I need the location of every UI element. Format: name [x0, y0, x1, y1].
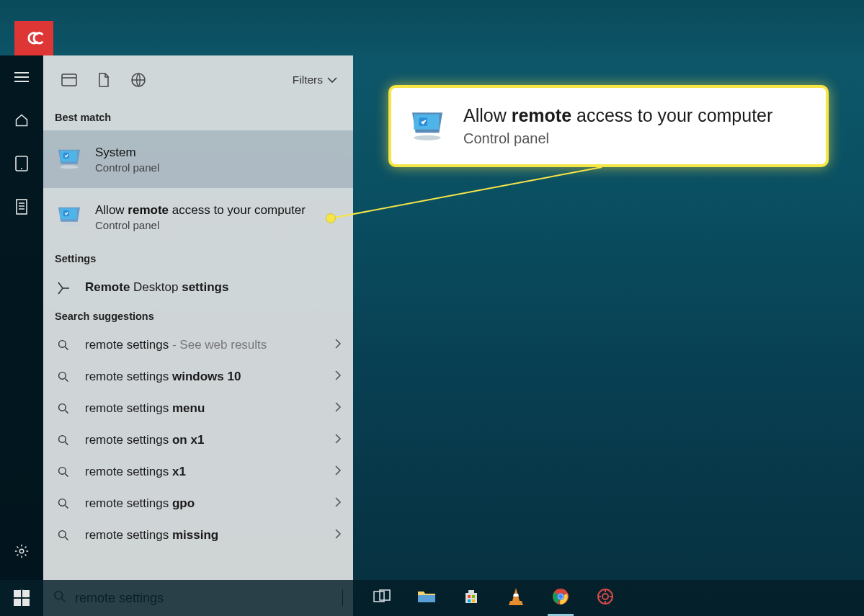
vlc-icon [508, 588, 524, 608]
task-view-icon [373, 589, 391, 607]
start-button[interactable] [0, 580, 43, 616]
svg-point-18 [59, 499, 66, 506]
search-icon [55, 495, 72, 512]
svg-rect-24 [472, 595, 475, 598]
unknown-app-icon [597, 588, 614, 608]
taskbar [0, 580, 864, 616]
documents-tab[interactable] [86, 63, 121, 97]
svg-point-15 [59, 404, 66, 411]
result-subtitle: Control panel [95, 219, 306, 231]
chevron-right-icon [334, 465, 342, 479]
search-icon [55, 527, 72, 544]
svg-rect-8 [63, 153, 69, 159]
svg-rect-5 [62, 74, 76, 86]
search-icon [55, 463, 72, 481]
suggestion-text: remote settings gpo [85, 496, 334, 511]
filters-button[interactable]: Filters [285, 73, 344, 86]
search-results-panel: Filters Best match System Control panel … [43, 55, 353, 580]
svg-rect-35 [14, 599, 21, 606]
svg-point-30 [558, 594, 563, 599]
hamburger-icon [14, 72, 29, 82]
search-suggestion[interactable]: remote settings menu [43, 393, 353, 424]
suggestion-text: remote settings menu [85, 401, 334, 416]
svg-point-1 [21, 168, 22, 169]
suggestion-text: remote settings - See web results [85, 338, 334, 352]
chevron-right-icon [334, 401, 342, 416]
home-button[interactable] [0, 99, 43, 142]
search-suggestion[interactable]: remote settings x1 [43, 456, 353, 488]
microsoft-store-icon [463, 589, 479, 607]
settings-button[interactable] [0, 530, 43, 573]
suggestions-label: Search suggestions [43, 303, 353, 329]
hamburger-button[interactable] [0, 55, 43, 99]
search-result[interactable]: Allow remote access to your computer Con… [43, 188, 353, 246]
chevron-right-icon [334, 496, 342, 511]
result-title: Allow remote access to your computer [95, 203, 306, 218]
chevron-down-icon [327, 77, 337, 83]
svg-rect-26 [472, 599, 475, 602]
search-suggestion[interactable]: remote settings missing [43, 519, 353, 551]
search-icon [55, 336, 72, 354]
svg-point-17 [59, 468, 66, 475]
vlc-taskbar-button[interactable] [500, 580, 532, 616]
home-icon [14, 113, 29, 128]
adobe-cc-icon [22, 26, 46, 50]
start-sidebar [0, 55, 43, 616]
task-view-taskbar-button[interactable] [366, 580, 398, 616]
result-title: System [95, 146, 159, 160]
web-tab[interactable] [121, 63, 156, 97]
svg-rect-2 [17, 200, 27, 214]
suggestion-text: remote settings on x1 [85, 433, 334, 447]
svg-rect-11 [63, 210, 69, 216]
search-suggestion[interactable]: remote settings - See web results [43, 329, 353, 361]
unknown-app-taskbar-button[interactable] [589, 580, 621, 616]
search-icon [55, 368, 72, 385]
svg-point-39 [414, 135, 440, 140]
callout-subtitle: Control panel [463, 130, 772, 147]
apps-tab-icon [61, 73, 77, 86]
svg-rect-34 [22, 590, 30, 597]
monitor-icon [55, 145, 84, 174]
search-result[interactable]: System Control panel [43, 130, 353, 188]
svg-point-9 [61, 165, 79, 169]
file-explorer-taskbar-button[interactable] [411, 580, 442, 616]
tablet-button[interactable] [0, 142, 43, 185]
callout-pointer-dot [326, 213, 336, 223]
desktop-icon-adobe-cc[interactable] [14, 21, 53, 55]
microsoft-store-taskbar-button[interactable] [455, 580, 487, 616]
svg-rect-36 [22, 599, 30, 606]
this-pc-button[interactable] [0, 185, 43, 228]
svg-rect-23 [468, 595, 471, 598]
svg-point-19 [59, 531, 66, 538]
chevron-right-icon [334, 528, 342, 543]
settings-gear-icon [14, 543, 30, 559]
remote-desktop-icon [55, 279, 72, 296]
tablet-icon [15, 156, 28, 171]
file-explorer-icon [417, 589, 436, 607]
settings-result[interactable]: Remote Desktop settings [43, 272, 353, 303]
settings-label: Settings [43, 246, 353, 272]
svg-line-40 [331, 167, 602, 218]
search-icon [55, 400, 72, 417]
svg-rect-25 [468, 599, 471, 602]
svg-point-13 [59, 341, 66, 348]
documents-tab-icon [98, 73, 110, 87]
chevron-right-icon [334, 433, 342, 447]
callout-highlight: Allow remote access to your computer Con… [388, 85, 829, 167]
settings-result-title: Remote Desktop settings [85, 280, 228, 295]
search-suggestion[interactable]: remote settings gpo [43, 488, 353, 519]
search-icon [55, 432, 72, 449]
monitor-icon [407, 106, 447, 146]
server-icon [16, 199, 27, 215]
svg-rect-33 [14, 590, 21, 597]
chrome-icon [552, 588, 569, 608]
search-suggestion[interactable]: remote settings windows 10 [43, 361, 353, 393]
search-suggestion[interactable]: remote settings on x1 [43, 424, 353, 456]
search-panel-header: Filters [43, 55, 353, 104]
chrome-taskbar-button[interactable] [545, 580, 576, 616]
suggestion-text: remote settings windows 10 [85, 370, 334, 384]
callout-title: Allow remote access to your computer [463, 105, 772, 126]
monitor-icon [55, 202, 84, 231]
apps-tab[interactable] [52, 63, 86, 97]
chevron-right-icon [334, 370, 342, 384]
